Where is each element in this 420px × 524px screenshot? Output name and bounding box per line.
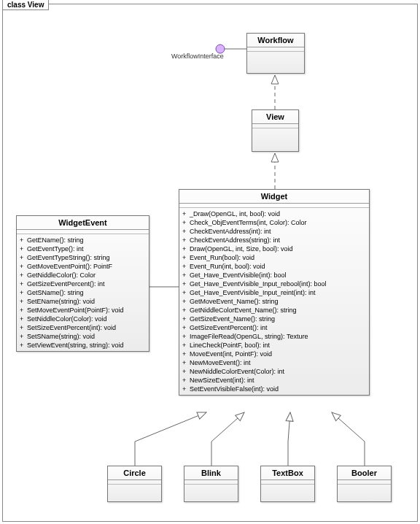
class-widget: Widget +_Draw(OpenGL, int, bool): void+C… xyxy=(179,189,370,396)
operation: +NewMoveEvent(): int xyxy=(182,358,366,367)
operation: +GetMoveEvent_Name(): string xyxy=(182,297,366,306)
class-widgetevent-operations: +GetEName(): string+GetEventType(): int+… xyxy=(17,234,149,351)
interface-label: WorkflowInterface xyxy=(171,53,224,60)
class-textbox: TextBox xyxy=(260,466,315,502)
operation: +GetSizeEvent_Name(): string xyxy=(182,315,366,323)
operation: +SetViewEvent(string, string): void xyxy=(20,341,146,350)
class-widget-title: Widget xyxy=(179,190,369,204)
operation: +NewNiddleColorEvent(Color): int xyxy=(182,367,366,376)
operation: +SetSizeEventPercent(int): void xyxy=(20,323,146,332)
operation: +GetEventType(): int xyxy=(20,244,146,253)
operation: +LineCheck(PointF, bool): int xyxy=(182,341,366,350)
class-widget-operations: +_Draw(OpenGL, int, bool): void+Check_Ob… xyxy=(179,208,369,395)
operation: +GetEName(): string xyxy=(20,236,146,244)
class-widgetevent-title: WidgetEvent xyxy=(17,216,149,230)
operation: +GetSizeEventPercent(): int xyxy=(182,323,366,332)
operation: +GetEventTypeString(): string xyxy=(20,253,146,262)
operation: +Check_ObjEventTerms(int, Color): Color xyxy=(182,218,366,227)
operation: +Get_Have_EventVisible(int): bool xyxy=(182,271,366,280)
operation: +Get_Have_EventVisible_Input_rebool(int)… xyxy=(182,280,366,288)
class-blink: Blink xyxy=(184,466,238,502)
operation: +GetNiddleColor(): Color xyxy=(20,271,146,280)
operation: +SetSName(string): void xyxy=(20,332,146,341)
operation: +SetEName(string): void xyxy=(20,297,146,306)
operation: +SetNiddleColor(Color): void xyxy=(20,315,146,323)
operation: +CheckEventAddress(string): int xyxy=(182,236,366,244)
class-circle-title: Circle xyxy=(108,466,161,480)
operation: +CheckEventAddress(int): int xyxy=(182,227,366,236)
class-circle: Circle xyxy=(107,466,162,502)
class-booler-title: Booler xyxy=(338,466,391,480)
operation: +Get_Have_EventVisible_Input_reint(int):… xyxy=(182,288,366,297)
class-view: View xyxy=(252,109,299,152)
operation: +Event_Run(int, bool): void xyxy=(182,262,366,271)
operation: +SetMoveEventPoint(PointF): void xyxy=(20,306,146,315)
operation: +NewSizeEvent(int): int xyxy=(182,376,366,385)
operation: +GetNiddleColorEvent_Name(): string xyxy=(182,306,366,315)
class-booler: Booler xyxy=(337,466,392,502)
operation: +GetSName(): string xyxy=(20,288,146,297)
class-workflow-title: Workflow xyxy=(247,34,304,47)
operation: +GetMoveEventPoint(): PointF xyxy=(20,262,146,271)
operation: +ImageFileRead(OpenGL, string): Texture xyxy=(182,332,366,341)
operation: +GetSizeEventPercent(): int xyxy=(20,280,146,288)
class-textbox-title: TextBox xyxy=(261,466,314,480)
operation: +SetEventVisibleFalse(int): void xyxy=(182,385,366,393)
frame-title: class View xyxy=(2,0,49,10)
operation: +Event_Run(bool): void xyxy=(182,253,366,262)
operation: +MoveEvent(int, PointF): void xyxy=(182,350,366,358)
class-widgetevent: WidgetEvent +GetEName(): string+GetEvent… xyxy=(16,215,149,352)
class-blink-title: Blink xyxy=(184,466,238,480)
class-workflow: Workflow xyxy=(246,33,305,74)
operation: +_Draw(OpenGL, int, bool): void xyxy=(182,209,366,218)
class-view-title: View xyxy=(252,110,298,124)
operation: +Draw(OpenGL, int, Size, bool): void xyxy=(182,244,366,253)
